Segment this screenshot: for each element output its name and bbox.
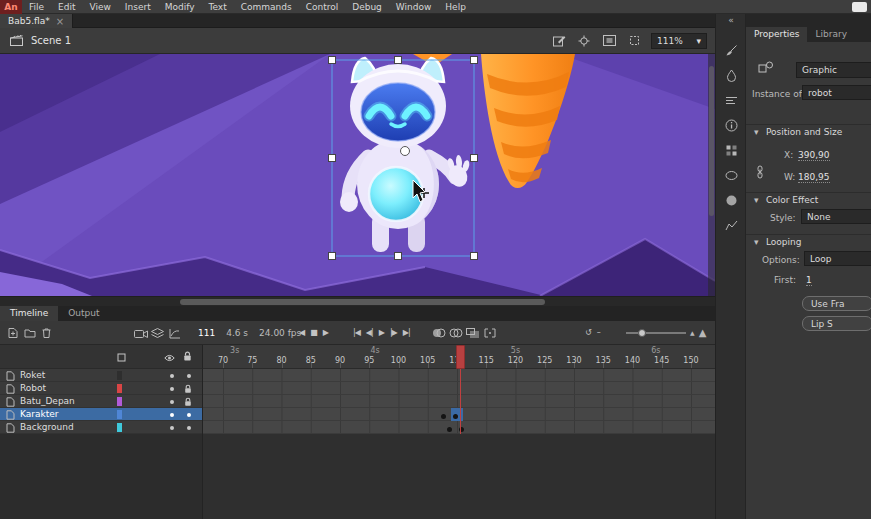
modify-markers-icon[interactable] <box>481 325 498 341</box>
eye-icon[interactable] <box>164 354 175 364</box>
menu-debug[interactable]: Debug <box>345 0 389 14</box>
scrollbar-thumb[interactable] <box>709 66 714 216</box>
menu-help[interactable]: Help <box>438 0 473 14</box>
link-constrain-icon[interactable] <box>755 165 765 181</box>
transform-panel-icon[interactable] <box>716 190 746 210</box>
zoom-dropdown[interactable]: 111% ▾ <box>651 33 707 49</box>
menu-text[interactable]: Text <box>202 0 234 14</box>
layer-name[interactable]: Karakter <box>20 409 58 419</box>
brush-panel-icon[interactable] <box>716 40 746 60</box>
frame-size-large-icon[interactable]: ▲ <box>699 325 707 341</box>
layer-name[interactable]: Roket <box>20 370 45 380</box>
tab-library[interactable]: Library <box>807 27 854 42</box>
layer-row-batu_depan[interactable]: Batu_Depan <box>0 395 202 408</box>
menu-insert[interactable]: Insert <box>118 0 158 14</box>
menu-control[interactable]: Control <box>299 0 346 14</box>
layer-name[interactable]: Batu_Depan <box>20 396 75 406</box>
layer-visibility-dot[interactable] <box>170 387 174 391</box>
menu-window[interactable]: Window <box>389 0 439 14</box>
style-dropdown[interactable]: None <box>801 209 871 224</box>
reset-timeline-zoom-button[interactable]: ↺ <box>582 325 594 341</box>
step-forward-button[interactable]: |▶ <box>387 325 400 341</box>
layer-row-roket[interactable]: Roket <box>0 369 202 382</box>
keyframe[interactable] <box>453 414 458 419</box>
center-stage-icon[interactable] <box>576 34 592 48</box>
onion-skin-icon[interactable] <box>430 325 447 341</box>
w-value[interactable]: 180,95 <box>798 172 830 183</box>
onion-outlines-icon[interactable] <box>447 325 464 341</box>
transform-point[interactable] <box>401 147 410 156</box>
layer-outline-color-swatch[interactable] <box>117 384 122 393</box>
stage-canvas[interactable] <box>0 54 715 296</box>
previous-keyframe-button[interactable]: ◀ <box>296 325 307 341</box>
loop-options-dropdown[interactable]: Loop <box>804 251 871 266</box>
app-logo[interactable]: An <box>0 0 22 14</box>
play-button[interactable]: ▶ <box>376 325 387 341</box>
edit-symbols-icon[interactable] <box>551 34 567 48</box>
frame-rate-value[interactable]: 24.00 fps <box>259 328 301 338</box>
collapse-panels-icon[interactable]: « <box>716 15 746 25</box>
outline-color-column-icon[interactable] <box>117 353 126 364</box>
menu-modify[interactable]: Modify <box>158 0 202 14</box>
oval-panel-icon[interactable] <box>716 165 746 185</box>
info-panel-icon[interactable] <box>716 115 746 135</box>
align-panel-icon[interactable] <box>716 90 746 110</box>
layer-visibility-dot[interactable] <box>170 400 174 404</box>
frame-size-small-icon[interactable]: ▲ <box>690 325 695 341</box>
first-frame-value[interactable]: 1 <box>806 275 812 286</box>
swatches-panel-icon[interactable] <box>716 140 746 160</box>
current-frame-value[interactable]: 111 <box>198 328 215 338</box>
layer-lock-dot[interactable] <box>187 426 191 430</box>
layer-outline-color-swatch[interactable] <box>117 410 122 419</box>
stage-horizontal-scrollbar[interactable] <box>0 296 715 306</box>
stage-vertical-scrollbar[interactable] <box>708 54 715 296</box>
layer-row-karakter[interactable]: Karakter <box>0 408 202 421</box>
app-badge-icon[interactable] <box>852 2 867 12</box>
go-to-last-frame-button[interactable]: ▶| <box>400 325 413 341</box>
document-tab[interactable]: Bab5.fla* × <box>0 14 73 28</box>
layer-visibility-dot[interactable] <box>170 374 174 378</box>
instance-name-field[interactable]: robot <box>802 85 871 100</box>
menu-view[interactable]: View <box>83 0 118 14</box>
x-value[interactable]: 390,90 <box>798 150 830 161</box>
next-keyframe-button[interactable]: ▶ <box>320 325 331 341</box>
zoom-fit-icon[interactable] <box>601 34 617 48</box>
slider-thumb[interactable] <box>638 329 646 337</box>
camera-icon[interactable] <box>132 325 149 341</box>
scrollbar-thumb[interactable] <box>180 299 545 305</box>
history-panel-icon[interactable] <box>716 215 746 235</box>
tab-properties[interactable]: Properties <box>746 27 807 42</box>
layer-visibility-dot[interactable] <box>170 413 174 417</box>
layer-row-robot[interactable]: Robot <box>0 382 202 395</box>
section-color-effect[interactable]: ▾ Color Effect <box>746 192 871 207</box>
menu-commands[interactable]: Commands <box>234 0 299 14</box>
playhead[interactable] <box>456 345 465 369</box>
elapsed-time-value[interactable]: 4.6 s <box>226 328 248 338</box>
layer-name[interactable]: Background <box>20 422 74 432</box>
tab-timeline[interactable]: Timeline <box>0 306 58 321</box>
close-icon[interactable]: × <box>56 16 64 27</box>
delete-layer-icon[interactable] <box>38 325 55 341</box>
new-layer-icon[interactable] <box>4 325 21 341</box>
timeline-zoom-out-button[interactable]: – <box>594 325 603 341</box>
menu-edit[interactable]: Edit <box>51 0 82 14</box>
graph-editor-icon[interactable] <box>166 325 183 341</box>
clip-content-icon[interactable] <box>626 34 642 48</box>
section-position-and-size[interactable]: ▾ Position and Size <box>746 124 871 139</box>
use-frame-picker-button[interactable]: Use Fra <box>802 296 871 311</box>
layer-lock-dot[interactable] <box>187 413 191 417</box>
menu-file[interactable]: File <box>22 0 51 14</box>
keyframe[interactable] <box>441 414 446 419</box>
go-to-first-frame-button[interactable]: |◀ <box>350 325 363 341</box>
new-folder-icon[interactable] <box>21 325 38 341</box>
keyframe[interactable] <box>447 427 452 432</box>
layer-outline-color-swatch[interactable] <box>117 423 122 432</box>
layer-name[interactable]: Robot <box>20 383 46 393</box>
tab-output[interactable]: Output <box>58 306 109 321</box>
stop-button[interactable]: ■ <box>307 325 320 341</box>
layer-visibility-dot[interactable] <box>170 426 174 430</box>
color-panel-icon[interactable] <box>716 65 746 85</box>
layer-row-background[interactable]: Background <box>0 421 202 434</box>
symbol-behavior-dropdown[interactable]: Graphic <box>796 62 871 78</box>
section-looping[interactable]: ▾ Looping <box>746 234 871 249</box>
